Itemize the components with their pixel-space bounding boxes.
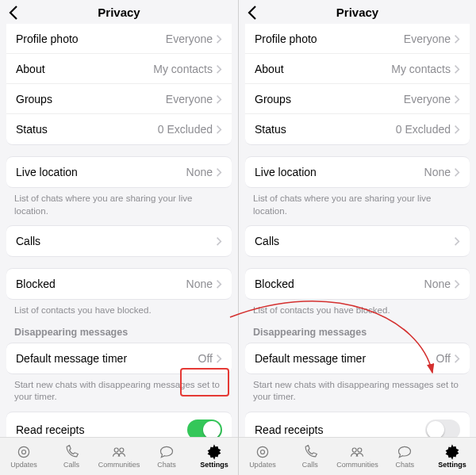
row-calls[interactable]: Calls — [6, 226, 232, 256]
chevron-right-icon — [216, 94, 222, 104]
svg-point-2 — [114, 448, 118, 452]
back-button[interactable] — [244, 3, 263, 22]
row-value: None — [186, 166, 213, 178]
row-live-location[interactable]: Live location None — [245, 157, 470, 187]
chevron-right-icon — [216, 124, 222, 134]
row-label: Calls — [16, 235, 40, 247]
chevron-right-icon — [454, 64, 460, 74]
row-value: 0 Excluded — [396, 123, 451, 136]
row-label: Default message timer — [255, 352, 366, 365]
pane-after: Privacy Profile photo Everyone About My … — [238, 0, 476, 475]
row-label: Status — [16, 123, 48, 136]
tab-updates[interactable]: Updates — [0, 438, 48, 475]
row-read-receipts: Read receipts — [245, 412, 470, 437]
svg-point-1 — [22, 450, 26, 454]
tab-calls[interactable]: Calls — [286, 438, 334, 475]
tab-settings[interactable]: Settings — [190, 438, 238, 475]
section-disappearing: Disappearing messages — [0, 325, 238, 343]
row-blocked[interactable]: Blocked None — [245, 269, 470, 299]
row-value: None — [424, 278, 451, 290]
updates-icon — [254, 444, 271, 460]
row-label: About — [255, 63, 284, 75]
row-value: Everyone — [166, 93, 213, 105]
chats-icon — [158, 444, 175, 460]
tab-updates[interactable]: Updates — [239, 438, 286, 475]
row-value: 0 Excluded — [158, 123, 213, 136]
row-value: My contacts — [153, 63, 213, 75]
svg-point-3 — [120, 448, 124, 452]
svg-point-6 — [260, 450, 264, 454]
tab-communities[interactable]: Communities — [334, 438, 382, 475]
row-groups[interactable]: Groups Everyone — [6, 84, 232, 114]
row-about[interactable]: About My contacts — [6, 54, 232, 84]
updates-icon — [15, 444, 33, 460]
row-label: Profile photo — [255, 33, 317, 45]
tab-communities[interactable]: Communities — [95, 438, 143, 475]
read-receipts-toggle[interactable] — [187, 419, 222, 437]
back-button[interactable] — [5, 3, 24, 22]
tab-bar: Updates Calls Communities Chats Settings — [239, 437, 476, 475]
row-label: Read receipts — [16, 423, 84, 436]
footnote-timer: Start new chats with disappearing messag… — [239, 374, 476, 412]
row-calls[interactable]: Calls — [245, 226, 470, 256]
chevron-right-icon — [216, 167, 222, 177]
footnote-blocked: List of contacts you have blocked. — [0, 300, 238, 325]
row-label: Blocked — [255, 278, 294, 290]
row-label: About — [16, 63, 45, 75]
settings-icon — [205, 444, 223, 460]
row-label: Profile photo — [16, 33, 79, 45]
row-label: Groups — [16, 93, 52, 105]
row-profile-photo[interactable]: Profile photo Everyone — [245, 24, 470, 54]
chevron-right-icon — [454, 34, 460, 44]
chevron-left-icon — [244, 3, 263, 22]
footnote-live-location: List of chats where you are sharing your… — [239, 188, 476, 225]
row-live-location[interactable]: Live location None — [6, 157, 232, 187]
row-label: Blocked — [16, 278, 56, 290]
row-label: Live location — [16, 166, 78, 178]
row-read-receipts: Read receipts — [6, 412, 232, 437]
footnote-timer: Start new chats with disappearing messag… — [0, 374, 238, 412]
row-value: Everyone — [404, 33, 451, 45]
chevron-right-icon — [454, 124, 460, 134]
row-value: Everyone — [404, 93, 451, 105]
chevron-right-icon — [216, 354, 222, 363]
row-default-timer[interactable]: Default message timer Off — [6, 343, 232, 373]
row-value: None — [186, 278, 213, 290]
read-receipts-toggle[interactable] — [425, 419, 460, 437]
row-label: Calls — [255, 235, 279, 247]
chevron-right-icon — [454, 167, 460, 177]
tab-calls[interactable]: Calls — [48, 438, 95, 475]
svg-point-7 — [353, 448, 357, 452]
row-status[interactable]: Status 0 Excluded — [6, 114, 232, 144]
row-status[interactable]: Status 0 Excluded — [245, 114, 470, 144]
chevron-right-icon — [216, 279, 222, 289]
row-default-timer[interactable]: Default message timer Off — [245, 343, 470, 373]
tab-chats[interactable]: Chats — [381, 438, 428, 475]
page-title: Privacy — [98, 6, 140, 19]
svg-point-5 — [257, 446, 267, 457]
row-profile-photo[interactable]: Profile photo Everyone — [6, 24, 232, 54]
row-label: Status — [255, 123, 286, 136]
row-value: Everyone — [166, 33, 213, 45]
tab-settings[interactable]: Settings — [428, 438, 476, 475]
calls-icon — [63, 444, 80, 460]
footnote-blocked: List of contacts you have blocked. — [239, 300, 476, 325]
footnote-live-location: List of chats where you are sharing your… — [0, 188, 238, 225]
chevron-right-icon — [454, 236, 460, 246]
tab-chats[interactable]: Chats — [143, 438, 190, 475]
row-label: Live location — [255, 166, 317, 178]
chevron-right-icon — [216, 34, 222, 44]
chats-icon — [396, 444, 413, 460]
row-label: Groups — [255, 93, 291, 105]
row-value: Off — [436, 352, 451, 365]
communities-icon — [348, 444, 366, 460]
row-about[interactable]: About My contacts — [245, 54, 470, 84]
row-label: Default message timer — [16, 352, 127, 365]
row-value: Off — [198, 352, 213, 365]
row-groups[interactable]: Groups Everyone — [245, 84, 470, 114]
row-blocked[interactable]: Blocked None — [6, 269, 232, 299]
chevron-right-icon — [454, 94, 460, 104]
nav-header: Privacy — [239, 0, 476, 24]
chevron-right-icon — [454, 354, 460, 363]
chevron-right-icon — [454, 279, 460, 289]
